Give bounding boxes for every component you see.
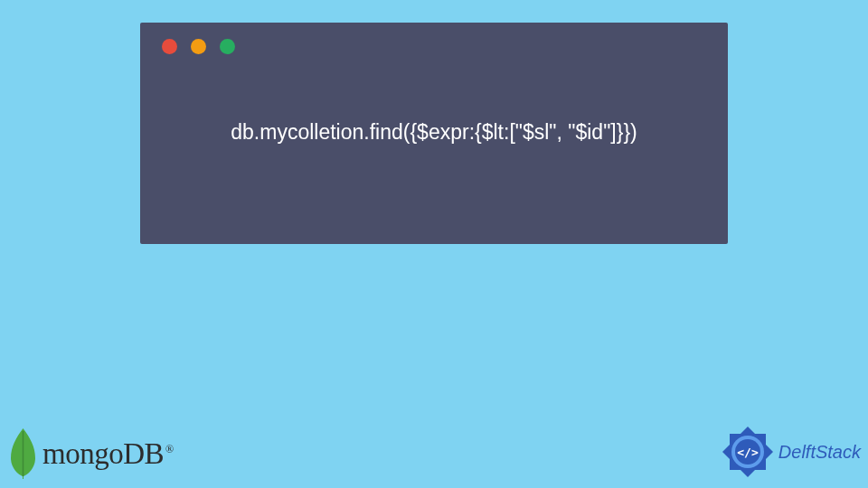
svg-text:</>: </> (737, 446, 759, 459)
mongodb-text: mongoDB® (42, 437, 174, 471)
delftstack-emblem-icon: </> (721, 425, 775, 479)
code-window: db.mycolletion.find({$expr:{$lt:["$sl", … (140, 23, 728, 244)
maximize-icon (220, 39, 235, 54)
registered-symbol: ® (165, 443, 174, 455)
mongodb-name: mongoDB (42, 437, 164, 470)
mongodb-leaf-icon (7, 427, 39, 481)
delftstack-text: DelftStack (778, 442, 861, 463)
mongodb-logo: mongoDB® (7, 427, 174, 481)
delftstack-logo: </> DelftStack (721, 425, 861, 479)
window-controls (140, 23, 728, 70)
close-icon (162, 39, 177, 54)
code-content: db.mycolletion.find({$expr:{$lt:["$sl", … (140, 70, 728, 145)
minimize-icon (191, 39, 206, 54)
